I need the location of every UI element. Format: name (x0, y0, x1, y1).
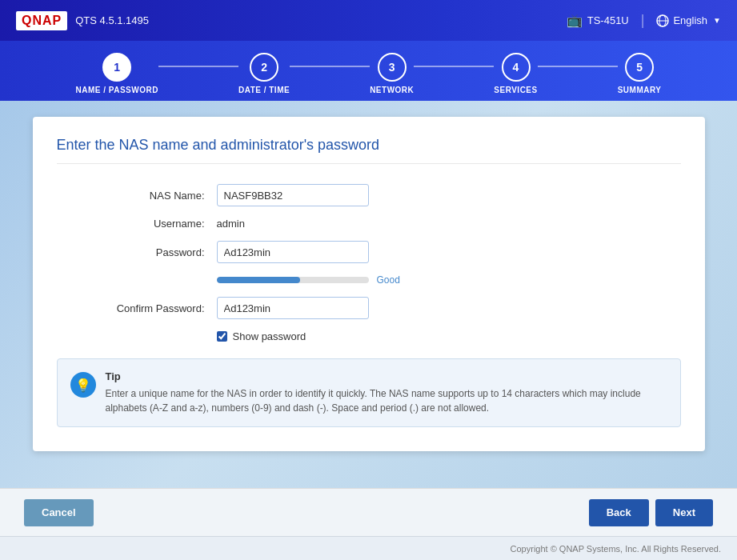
step-line-1-2 (158, 66, 238, 67)
show-password-checkbox[interactable] (217, 331, 227, 342)
header: QNAP QTS 4.5.1.1495 📺 TS-451U | English … (0, 0, 737, 41)
qnap-logo: QNAP (16, 11, 67, 30)
tip-text: Enter a unique name for the NAS in order… (106, 386, 667, 415)
show-password-label: Show password (233, 330, 306, 342)
confirm-password-row: Confirm Password: (57, 297, 681, 319)
username-value: admin (217, 218, 245, 230)
back-button[interactable]: Back (589, 499, 649, 526)
lightbulb-icon: 💡 (75, 378, 91, 393)
copyright-text: Copyright © QNAP Systems, Inc. All Right… (511, 544, 721, 554)
step-5: 5 SUMMARY (618, 53, 662, 94)
stepper: 1 NAME / PASSWORD 2 DATE / TIME 3 NETWOR… (76, 53, 662, 94)
confirm-password-input[interactable] (217, 297, 369, 319)
main-wrapper: Enter the NAS name and administrator's p… (0, 101, 737, 488)
language-selector[interactable]: English ▼ (656, 14, 721, 27)
tip-box: 💡 Tip Enter a unique name for the NAS in… (57, 358, 681, 427)
step-circle-5: 5 (625, 53, 654, 82)
step-label-3: NETWORK (370, 86, 414, 94)
nas-name-label: NAS Name: (57, 190, 217, 202)
tip-icon: 💡 (70, 372, 96, 398)
footer-bar: Cancel Back Next (0, 488, 737, 536)
step-line-3-4 (414, 66, 494, 67)
header-right: 📺 TS-451U | English ▼ (567, 12, 721, 29)
step-circle-4: 4 (502, 53, 531, 82)
step-label-5: SUMMARY (618, 86, 662, 94)
next-button[interactable]: Next (655, 499, 713, 526)
strength-bar-fill (217, 277, 301, 283)
tip-title: Tip (106, 370, 667, 382)
strength-bar-background (217, 277, 369, 283)
step-circle-1: 1 (102, 53, 131, 82)
step-circle-3: 3 (378, 53, 407, 82)
device-name: TS-451U (587, 14, 629, 26)
stepper-bar: 1 NAME / PASSWORD 2 DATE / TIME 3 NETWOR… (0, 41, 737, 101)
step-line-4-5 (538, 66, 618, 67)
password-label: Password: (57, 246, 217, 258)
header-divider: | (641, 12, 645, 29)
header-version: QTS 4.5.1.1495 (75, 14, 149, 26)
cancel-button[interactable]: Cancel (24, 499, 94, 526)
username-row: Username: admin (57, 218, 681, 230)
header-left: QNAP QTS 4.5.1.1495 (16, 11, 149, 30)
confirm-password-label: Confirm Password: (57, 302, 217, 314)
tip-content: Tip Enter a unique name for the NAS in o… (106, 370, 667, 415)
globe-icon (656, 14, 669, 27)
password-input[interactable] (217, 241, 369, 263)
step-4: 4 SERVICES (494, 53, 537, 94)
page-title: Enter the NAS name and administrator's p… (57, 137, 681, 164)
nas-icon: 📺 (567, 13, 583, 28)
username-label: Username: (57, 218, 217, 230)
step-2: 2 DATE / TIME (238, 53, 290, 94)
strength-label: Good (377, 274, 400, 286)
copyright-bar: Copyright © QNAP Systems, Inc. All Right… (0, 536, 737, 560)
language-label: English (673, 14, 707, 26)
nas-name-row: NAS Name: (57, 184, 681, 206)
show-password-row: Show password (217, 330, 681, 342)
step-label-2: DATE / TIME (238, 86, 290, 94)
step-line-2-3 (290, 66, 370, 67)
nas-name-input[interactable] (217, 184, 369, 206)
step-label-1: NAME / PASSWORD (76, 86, 158, 94)
content-box: Enter the NAS name and administrator's p… (33, 117, 705, 451)
step-label-4: SERVICES (494, 86, 537, 94)
header-device: 📺 TS-451U (567, 13, 629, 28)
chevron-down-icon: ▼ (713, 16, 721, 25)
footer-right: Back Next (589, 499, 713, 526)
step-circle-2: 2 (250, 53, 278, 82)
step-1: 1 NAME / PASSWORD (76, 53, 158, 94)
password-row: Password: (57, 241, 681, 263)
step-3: 3 NETWORK (370, 53, 414, 94)
password-strength-row: Good (217, 274, 681, 286)
